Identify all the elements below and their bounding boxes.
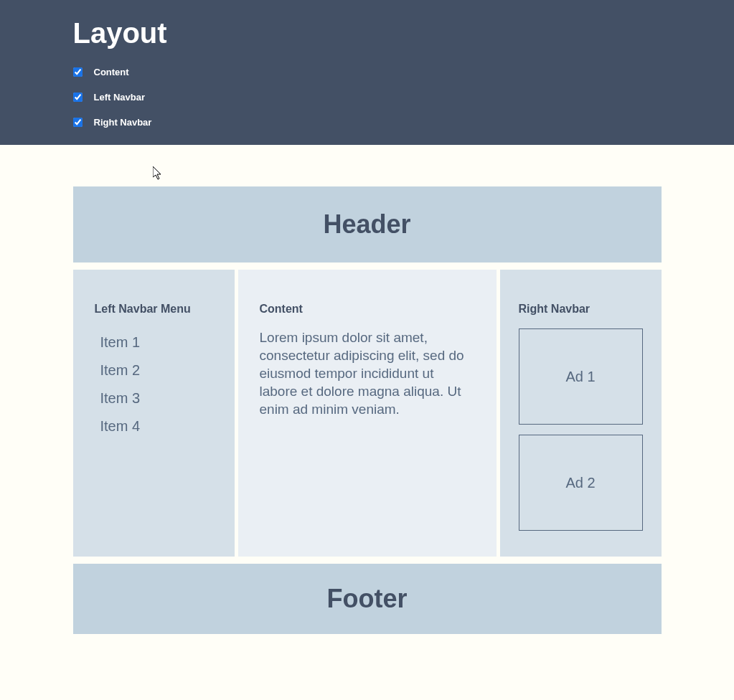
ad-box: Ad 2	[519, 435, 643, 531]
ad-box: Ad 1	[519, 328, 643, 425]
left-nav-list: Item 1 Item 2 Item 3 Item 4	[95, 328, 213, 440]
demo-header: Header	[73, 186, 662, 262]
left-nav-heading: Left Navbar Menu	[95, 303, 213, 316]
toggle-left-navbar[interactable]: Left Navbar	[73, 92, 662, 103]
toggle-left-navbar-label: Left Navbar	[94, 92, 146, 103]
demo-content: Content Lorem ipsum dolor sit amet, cons…	[238, 270, 497, 557]
toggle-content-checkbox[interactable]	[73, 67, 83, 77]
ad-label: Ad 2	[565, 475, 595, 491]
content-heading: Content	[260, 303, 475, 316]
page-title: Layout	[73, 17, 662, 49]
toggle-left-navbar-checkbox[interactable]	[73, 93, 83, 102]
left-nav-item[interactable]: Item 4	[95, 412, 213, 440]
demo-middle-row: Left Navbar Menu Item 1 Item 2 Item 3 It…	[73, 270, 662, 557]
toggle-content-label: Content	[94, 67, 129, 77]
demo-header-title: Header	[73, 209, 662, 240]
ad-label: Ad 1	[565, 369, 595, 385]
demo-footer: Footer	[73, 564, 662, 634]
demo-right-nav: Right Navbar Ad 1 Ad 2	[500, 270, 662, 557]
demo-footer-title: Footer	[73, 584, 662, 614]
left-nav-item[interactable]: Item 2	[95, 356, 213, 384]
left-nav-item[interactable]: Item 1	[95, 328, 213, 356]
toggle-right-navbar-label: Right Navbar	[94, 117, 152, 128]
toggle-right-navbar[interactable]: Right Navbar	[73, 117, 662, 128]
demo-left-nav: Left Navbar Menu Item 1 Item 2 Item 3 It…	[73, 270, 235, 557]
content-body: Lorem ipsum dolor sit amet, consectetur …	[260, 328, 475, 418]
top-panel: Layout Content Left Navbar Right Navbar	[0, 0, 734, 145]
left-nav-item[interactable]: Item 3	[95, 384, 213, 412]
toggle-right-navbar-checkbox[interactable]	[73, 118, 83, 127]
toggle-content[interactable]: Content	[73, 67, 662, 77]
demo-wrapper: Header Left Navbar Menu Item 1 Item 2 It…	[73, 145, 662, 634]
right-nav-heading: Right Navbar	[519, 303, 643, 316]
